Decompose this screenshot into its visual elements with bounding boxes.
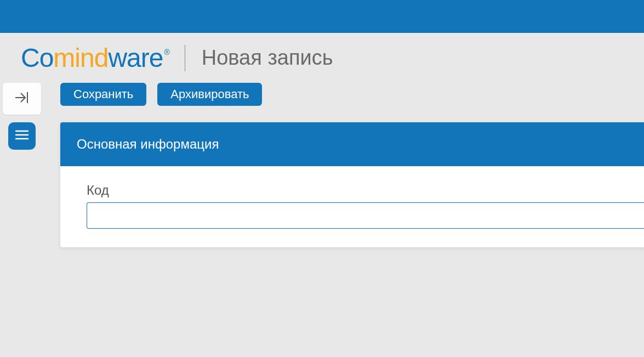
code-field-label: Код [87, 183, 644, 198]
header-divider [185, 45, 185, 71]
hamburger-menu-icon [15, 129, 29, 143]
panel-header: Основная информация [60, 122, 644, 166]
collapse-sidebar-button[interactable] [3, 83, 41, 115]
collapse-right-icon [14, 91, 30, 106]
page-title: Новая запись [202, 46, 333, 70]
logo-part2: mind [53, 43, 108, 73]
side-column [0, 83, 44, 150]
logo-reg: ® [164, 48, 169, 56]
logo-part1: Co [21, 43, 53, 73]
save-button[interactable]: Сохранить [60, 83, 146, 106]
menu-button[interactable] [8, 122, 36, 150]
main-info-panel: Основная информация Код [60, 122, 644, 247]
logo-part3: ware [108, 43, 163, 73]
header: Comindware® Новая запись [0, 33, 644, 83]
archive-button[interactable]: Архивировать [157, 83, 262, 106]
code-input[interactable] [87, 202, 644, 229]
logo: Comindware® [21, 43, 168, 73]
main-content: Сохранить Архивировать Основная информац… [44, 83, 644, 247]
panel-body: Код [60, 166, 644, 247]
toolbar: Сохранить Архивировать [60, 83, 644, 106]
top-bar [0, 0, 644, 33]
